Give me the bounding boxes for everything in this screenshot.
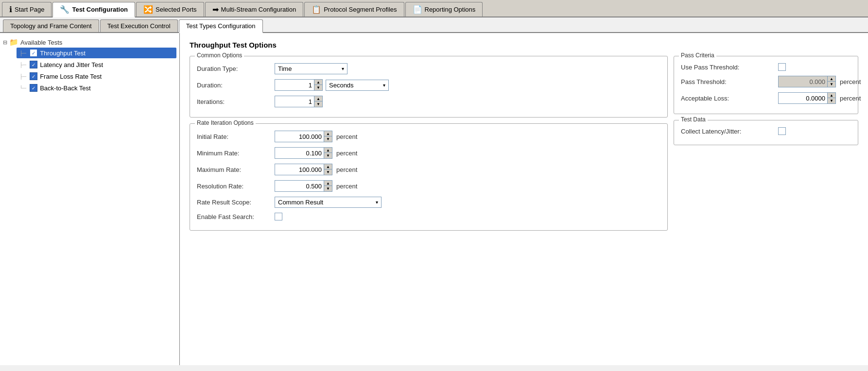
rate-result-scope-label: Rate Result Scope: <box>197 199 275 206</box>
pass-threshold-spin-up[interactable]: ▲ <box>828 76 835 82</box>
resolution-rate-spin-input[interactable]: ▲ ▼ <box>275 180 332 192</box>
tree-folder-label: Available Tests <box>20 39 62 46</box>
tab-start-page[interactable]: ℹ Start Page <box>2 2 52 17</box>
tab-reporting-options-label: Reporting Options <box>425 6 476 13</box>
iterations-spin-up[interactable]: ▲ <box>314 96 322 101</box>
duration-spin-down[interactable]: ▼ <box>314 85 322 90</box>
duration-type-dropdown[interactable]: Time Frames ▾ <box>275 63 347 74</box>
duration-unit-arrow-icon: ▾ <box>383 83 385 88</box>
resolution-rate-spin-buttons: ▲ ▼ <box>324 181 332 191</box>
panel-left: Common Options Duration Type: Time Frame… <box>190 56 668 231</box>
acceptable-loss-input[interactable] <box>779 93 827 103</box>
enable-fast-search-checkbox[interactable] <box>275 213 282 220</box>
resolution-rate-unit: percent <box>336 183 357 190</box>
resolution-rate-spin-down[interactable]: ▼ <box>324 186 332 191</box>
acceptable-loss-spin-down[interactable]: ▼ <box>828 98 835 103</box>
right-panel: Throughput Test Options Common Options D… <box>180 33 868 365</box>
tab-test-config-label: Test Configuration <box>72 6 128 13</box>
tab-multi-stream-label: Multi-Stream Configuration <box>221 6 296 13</box>
iterations-spin-input[interactable]: ▲ ▼ <box>275 96 323 107</box>
tab-test-types[interactable]: Test Types Configuration <box>179 19 263 33</box>
duration-spin-buttons: ▲ ▼ <box>314 80 322 90</box>
tab-protocol-segment[interactable]: 📋 Protocol Segment Profiles <box>304 2 404 17</box>
pass-threshold-label: Pass Threshold: <box>681 78 778 85</box>
tree-item-throughput[interactable]: ├─ ✓ Throughput Test <box>17 48 176 58</box>
resolution-rate-input[interactable] <box>275 181 324 191</box>
pass-threshold-input[interactable] <box>779 76 827 87</box>
acceptable-loss-spin-up[interactable]: ▲ <box>828 93 835 98</box>
rate-result-scope-row: Rate Result Scope: Common Result Per Por… <box>197 197 660 208</box>
iterations-label: Iterations: <box>197 98 275 105</box>
multi-stream-icon: ➡ <box>212 5 219 14</box>
use-pass-threshold-checkbox[interactable] <box>778 63 786 71</box>
minimum-rate-input[interactable] <box>275 148 324 158</box>
maximum-rate-input[interactable] <box>275 164 324 175</box>
common-options-group: Common Options Duration Type: Time Frame… <box>190 56 668 118</box>
duration-spin-input[interactable]: ▲ ▼ <box>275 79 323 91</box>
tree-root: ⊟ 📁 Available Tests ├─ ✓ Throughput Test… <box>3 37 176 93</box>
minimum-rate-spin-up[interactable]: ▲ <box>324 148 332 153</box>
tree-item-frame-loss-label: Frame Loss Rate Test <box>40 73 102 80</box>
panel-right: Pass Criteria Use Pass Threshold: Pass T… <box>674 56 858 231</box>
resolution-rate-spin-up[interactable]: ▲ <box>324 181 332 186</box>
pass-threshold-spin-down[interactable]: ▼ <box>828 82 835 87</box>
tab-test-execution[interactable]: Test Execution Control <box>100 19 178 32</box>
minimum-rate-spin-down[interactable]: ▼ <box>324 153 332 158</box>
duration-label: Duration: <box>197 82 275 89</box>
duration-unit-dropdown[interactable]: Seconds Minutes Hours ▾ <box>326 80 389 91</box>
initial-rate-unit: percent <box>336 133 357 140</box>
tab-multi-stream[interactable]: ➡ Multi-Stream Configuration <box>205 2 304 17</box>
tree-item-frame-loss[interactable]: ├─ ✓ Frame Loss Rate Test <box>17 71 176 82</box>
maximum-rate-spin-up[interactable]: ▲ <box>324 164 332 169</box>
use-pass-threshold-label: Use Pass Threshold: <box>681 64 778 71</box>
duration-input[interactable] <box>275 80 314 90</box>
maximum-rate-spin-input[interactable]: ▲ ▼ <box>275 164 332 175</box>
acceptable-loss-spin-input[interactable]: ▲ ▼ <box>778 92 836 104</box>
duration-unit-select[interactable]: Seconds Minutes Hours <box>329 82 381 89</box>
rate-result-scope-dropdown[interactable]: Common Result Per Port Per Stream ▾ <box>275 197 382 208</box>
tab-reporting-options[interactable]: 📄 Reporting Options <box>405 2 483 17</box>
resolution-rate-row: Resolution Rate: ▲ ▼ percent <box>197 180 660 192</box>
collect-latency-checkbox-wrap[interactable] <box>778 127 786 135</box>
collect-latency-checkbox[interactable] <box>778 127 786 135</box>
iterations-input[interactable] <box>275 96 314 107</box>
check-icon-throughput: ✓ <box>30 49 37 57</box>
tab-protocol-segment-label: Protocol Segment Profiles <box>324 6 397 13</box>
acceptable-loss-unit: percent <box>840 95 861 102</box>
check-icon-frame-loss: ✓ <box>30 72 37 80</box>
check-icon-latency: ✓ <box>30 61 37 68</box>
selected-ports-icon: 🔀 <box>143 5 153 14</box>
tree-item-latency[interactable]: ├─ ✓ Latency and Jitter Test <box>17 59 176 70</box>
acceptable-loss-spin-buttons: ▲ ▼ <box>827 93 835 103</box>
initial-rate-input[interactable] <box>275 131 324 142</box>
test-config-icon: 🔧 <box>60 5 69 14</box>
enable-fast-search-checkbox-wrap[interactable] <box>275 213 282 220</box>
initial-rate-spin-up[interactable]: ▲ <box>324 131 332 136</box>
tree-connector-4: └─ <box>19 85 26 91</box>
initial-rate-spin-down[interactable]: ▼ <box>324 136 332 142</box>
tree-connector-1: ├─ <box>19 51 26 56</box>
initial-rate-spin-buttons: ▲ ▼ <box>324 131 332 142</box>
pass-threshold-spin-input[interactable]: ▲ ▼ <box>778 76 836 87</box>
collect-latency-label: Collect Latency/Jitter: <box>681 128 778 135</box>
top-tab-bar: ℹ Start Page 🔧 Test Configuration 🔀 Sele… <box>0 0 868 17</box>
iterations-spin-down[interactable]: ▼ <box>314 101 322 107</box>
minimum-rate-spin-input[interactable]: ▲ ▼ <box>275 147 332 159</box>
maximum-rate-unit: percent <box>336 166 357 173</box>
maximum-rate-spin-down[interactable]: ▼ <box>324 169 332 175</box>
use-pass-threshold-checkbox-wrap[interactable] <box>778 63 786 71</box>
tab-test-configuration[interactable]: 🔧 Test Configuration <box>52 2 135 17</box>
tab-topology[interactable]: Topology and Frame Content <box>3 19 99 32</box>
tab-test-execution-label: Test Execution Control <box>107 22 171 30</box>
tree-item-back-to-back[interactable]: └─ ✓ Back-to-Back Test <box>17 83 176 93</box>
tab-selected-ports[interactable]: 🔀 Selected Ports <box>136 2 204 17</box>
check-icon-back-to-back: ✓ <box>30 84 37 92</box>
common-options-title: Common Options <box>195 52 244 59</box>
tab-topology-label: Topology and Frame Content <box>10 22 92 30</box>
duration-spin-up[interactable]: ▲ <box>314 80 322 85</box>
enable-fast-search-row: Enable Fast Search: <box>197 213 660 220</box>
initial-rate-spin-input[interactable]: ▲ ▼ <box>275 131 332 142</box>
rate-result-scope-select[interactable]: Common Result Per Port Per Stream <box>278 199 374 206</box>
duration-type-select[interactable]: Time Frames <box>278 65 340 72</box>
acceptable-loss-label: Acceptable Loss: <box>681 95 778 102</box>
